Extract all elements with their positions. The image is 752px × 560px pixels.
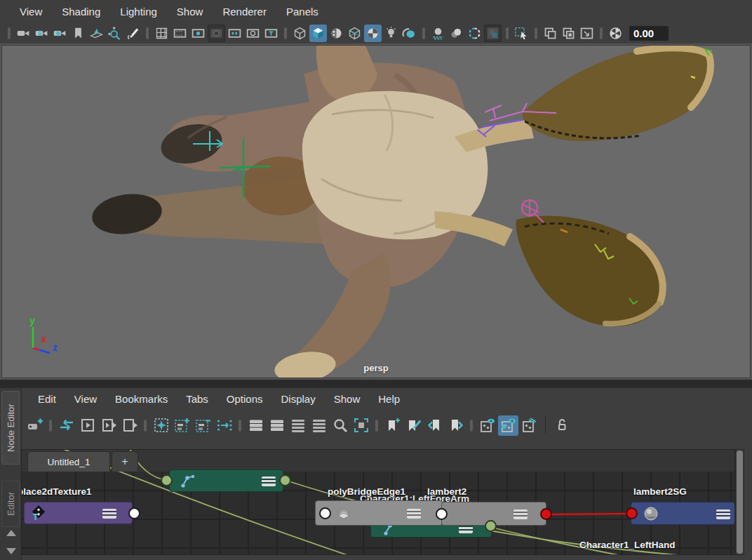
node-menu-icon[interactable] (407, 509, 421, 519)
use-all-lights-icon[interactable] (382, 25, 400, 42)
graph-tab-add[interactable]: + (112, 451, 138, 472)
layout-icon-1[interactable] (246, 415, 266, 436)
menu-edit[interactable]: Edit (29, 393, 65, 405)
node-editor-panel: Node Editor Editor Edit View Bookmarks T… (0, 388, 752, 560)
port-place2dtexture-out[interactable] (128, 507, 140, 519)
node-menu-icon[interactable] (513, 509, 528, 519)
pan-zoom-icon[interactable] (106, 25, 123, 42)
node-menu-icon[interactable] (102, 509, 116, 519)
menu-show[interactable]: Show (325, 393, 370, 405)
smooth-shade-icon[interactable] (309, 25, 327, 42)
field-chart-icon[interactable] (226, 25, 243, 42)
add-selected-to-graph-icon[interactable] (151, 415, 171, 436)
create-bookmark-icon[interactable] (382, 415, 403, 436)
axis-gizmo: y x z (22, 317, 67, 358)
look-through-icon[interactable] (484, 25, 502, 42)
previous-bookmark-icon[interactable] (424, 415, 445, 436)
lock-camera-icon[interactable] (33, 25, 51, 42)
aperture-icon[interactable] (607, 25, 624, 42)
graph-scrollbar[interactable] (735, 449, 744, 555)
grease-pencil-icon[interactable] (124, 25, 142, 42)
select-camera-icon[interactable] (15, 25, 32, 42)
perspective-viewport[interactable]: persp y x z (1, 45, 751, 378)
port-polybridge-out[interactable] (436, 508, 448, 520)
isolate-view-icon-1[interactable] (542, 25, 559, 42)
resolution-gate-icon[interactable] (189, 25, 207, 42)
node-graph[interactable]: Untitled_1 + place2dTexture1 polyBridgeE… (21, 449, 735, 555)
menu-panels[interactable]: Panels (276, 6, 328, 18)
isolate-view-icon-2[interactable] (560, 25, 577, 42)
panel-scroll-down-icon[interactable] (6, 548, 16, 554)
hide-attributes-icon[interactable] (477, 415, 497, 436)
remove-from-graph-icon[interactable] (193, 415, 213, 436)
show-all-attributes-icon[interactable] (519, 415, 539, 436)
scrollbar-thumb[interactable] (737, 451, 743, 554)
node-lambert2sg[interactable] (631, 502, 735, 525)
node-menu-icon[interactable] (262, 476, 276, 486)
menu-view[interactable]: View (65, 393, 106, 405)
menu-lighting[interactable]: Lighting (110, 6, 167, 18)
exposure-icon[interactable] (466, 25, 483, 42)
motion-blur-icon[interactable] (448, 25, 465, 42)
safe-action-icon[interactable] (244, 25, 262, 42)
shadows-icon[interactable] (401, 25, 418, 42)
port-polybridge-in[interactable] (319, 507, 331, 519)
viewport-toolbar: 0.00 (0, 23, 752, 44)
port-lambert2-out[interactable] (540, 508, 552, 520)
edit-bookmark-icon[interactable] (403, 415, 424, 436)
menu-tabs[interactable]: Tabs (177, 393, 217, 405)
film-gate-icon[interactable] (171, 25, 189, 42)
menu-bookmarks[interactable]: Bookmarks (106, 393, 177, 405)
input-connections-icon[interactable] (77, 415, 98, 436)
safe-title-icon[interactable] (262, 25, 280, 42)
screen-space-ao-icon[interactable] (429, 25, 447, 42)
menu-view[interactable]: View (10, 6, 52, 18)
port-lambert2sg-in[interactable] (626, 507, 638, 519)
wireframe-icon[interactable] (291, 25, 309, 42)
port-joint-top-in[interactable] (161, 474, 173, 486)
node-place2dtexture1[interactable] (24, 502, 133, 524)
menu-options[interactable]: Options (217, 393, 272, 405)
menu-shading[interactable]: Shading (52, 6, 110, 18)
node-joint-top[interactable] (169, 469, 283, 492)
add-to-graph-icon[interactable] (172, 415, 192, 436)
wireframe-on-shaded-icon[interactable] (346, 25, 363, 42)
input-output-connections-icon[interactable] (98, 415, 119, 436)
layout-icon-4[interactable] (309, 415, 329, 436)
layout-icon-2[interactable] (267, 415, 287, 436)
isolate-select-icon[interactable] (513, 25, 530, 42)
shade-textured-icon[interactable] (328, 25, 345, 42)
textured-icon[interactable] (364, 25, 382, 42)
node-polybridgeedge1[interactable] (315, 500, 443, 526)
port-leftforearm-out[interactable] (485, 520, 497, 532)
panel-divider[interactable] (0, 380, 752, 388)
camera-attributes-icon[interactable] (51, 25, 69, 42)
side-tab-node-editor[interactable]: Node Editor (1, 391, 20, 465)
gate-mask-icon[interactable] (208, 25, 225, 42)
frame-all-icon[interactable] (351, 415, 371, 436)
graph-tab-untitled-1[interactable]: Untitled_1 (27, 451, 110, 472)
show-connected-attributes-icon[interactable] (498, 415, 518, 436)
panel-scroll-up-icon[interactable] (6, 530, 16, 536)
image-output-icon[interactable] (578, 25, 596, 42)
create-node-icon[interactable] (25, 415, 45, 436)
exposure-value-field[interactable]: 0.00 (629, 26, 669, 41)
side-tab-editor[interactable]: Editor (1, 481, 20, 527)
next-bookmark-icon[interactable] (445, 415, 466, 436)
grid-icon[interactable] (153, 25, 170, 42)
connect-on-drop-icon[interactable] (214, 415, 234, 436)
port-joint-top-out[interactable] (279, 474, 291, 486)
node-editor-menubar: Edit View Bookmarks Tabs Options Display… (22, 388, 752, 409)
menu-display[interactable]: Display (272, 393, 325, 405)
search-icon[interactable] (330, 415, 350, 436)
image-plane-icon[interactable] (88, 25, 105, 42)
lock-open-icon[interactable] (551, 415, 572, 436)
menu-show[interactable]: Show (167, 6, 213, 18)
output-connections-icon[interactable] (119, 415, 140, 436)
layout-icon-3[interactable] (288, 415, 308, 436)
menu-renderer[interactable]: Renderer (213, 6, 276, 18)
node-menu-icon[interactable] (716, 509, 730, 519)
menu-help[interactable]: Help (369, 393, 409, 405)
sync-selection-icon[interactable] (56, 415, 76, 436)
bookmark-view-icon[interactable] (69, 25, 87, 42)
